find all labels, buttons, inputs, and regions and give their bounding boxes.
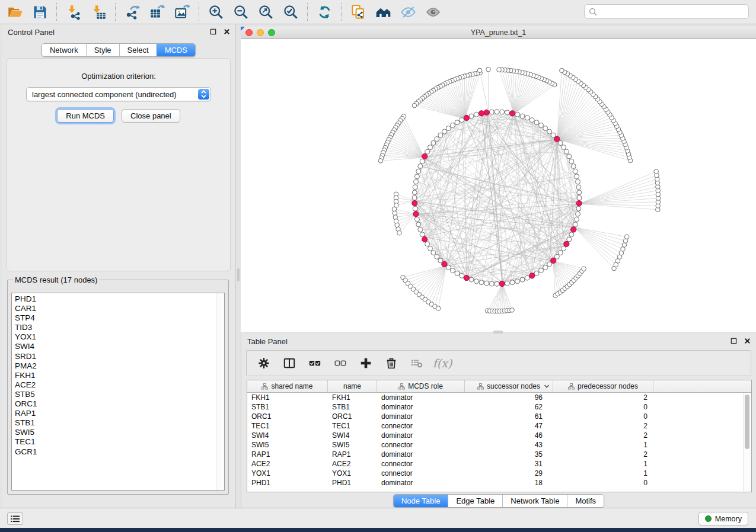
mcds-result-item[interactable]: TID3: [15, 323, 216, 332]
mcds-list-scrollbar[interactable]: [216, 293, 224, 490]
ring-node[interactable]: [577, 196, 582, 200]
mcds-hub-node[interactable]: [576, 201, 582, 206]
mcds-result-item[interactable]: YOX1: [15, 332, 216, 342]
mcds-result-item[interactable]: SRD1: [15, 352, 216, 361]
show-column-selector-button[interactable]: [280, 354, 298, 372]
ring-node[interactable]: [505, 110, 509, 115]
ring-node[interactable]: [562, 145, 566, 150]
show-panels-button[interactable]: [420, 2, 445, 22]
leaf-node[interactable]: [412, 103, 417, 108]
close-panel-action-button[interactable]: Close panel: [122, 109, 180, 123]
mcds-hub-node[interactable]: [442, 261, 447, 267]
mcds-hub-node[interactable]: [571, 227, 576, 232]
ring-node[interactable]: [425, 149, 430, 154]
mcds-hub-node[interactable]: [551, 258, 556, 263]
leaf-node[interactable]: [397, 230, 402, 235]
table-row[interactable]: PHD1PHD1dominator180: [247, 478, 751, 488]
ring-node[interactable]: [446, 126, 451, 131]
mcds-hub-node[interactable]: [479, 111, 484, 116]
ring-node[interactable]: [520, 114, 525, 118]
open-file-button[interactable]: [2, 2, 27, 22]
ring-node[interactable]: [489, 110, 494, 114]
ring-node[interactable]: [412, 190, 417, 195]
zoom-fit-button[interactable]: [253, 2, 278, 22]
ring-node[interactable]: [460, 118, 464, 123]
ring-node[interactable]: [414, 217, 419, 222]
leaf-node[interactable]: [393, 215, 398, 220]
tab-select[interactable]: Select: [119, 44, 157, 56]
ring-node[interactable]: [469, 114, 474, 118]
ring-node[interactable]: [515, 112, 520, 117]
ring-node[interactable]: [469, 277, 474, 282]
leaf-node[interactable]: [560, 68, 564, 73]
ring-node[interactable]: [500, 110, 505, 114]
ring-node[interactable]: [543, 265, 548, 270]
table-row[interactable]: FKH1FKH1dominator962: [247, 393, 751, 402]
ring-node[interactable]: [564, 149, 569, 154]
mcds-hub-node[interactable]: [564, 241, 569, 246]
ring-node[interactable]: [474, 112, 479, 117]
ring-node[interactable]: [576, 180, 580, 184]
float-panel-button[interactable]: [729, 336, 738, 345]
ring-node[interactable]: [438, 133, 443, 137]
ring-node[interactable]: [576, 211, 580, 216]
ring-node[interactable]: [460, 273, 464, 278]
column-header-name[interactable]: name: [328, 380, 377, 392]
ring-node[interactable]: [431, 251, 436, 255]
zoom-selected-button[interactable]: [278, 2, 303, 22]
ring-node[interactable]: [547, 129, 552, 134]
ring-node[interactable]: [412, 196, 417, 200]
float-panel-button[interactable]: [209, 27, 217, 36]
ring-node[interactable]: [539, 123, 544, 127]
mcds-hub-node[interactable]: [509, 111, 515, 116]
column-header-mcds-role[interactable]: MCDS role: [377, 380, 465, 392]
delete-columns-button[interactable]: [382, 354, 400, 372]
mcds-result-item[interactable]: GCR1: [15, 447, 216, 457]
ring-node[interactable]: [569, 232, 574, 237]
ring-node[interactable]: [529, 118, 534, 123]
mcds-hub-node[interactable]: [412, 201, 417, 206]
ring-node[interactable]: [418, 164, 423, 169]
mcds-result-item[interactable]: PMA2: [15, 361, 216, 371]
ring-node[interactable]: [416, 169, 421, 174]
close-panel-button[interactable]: [222, 27, 231, 36]
tab-style[interactable]: Style: [86, 44, 119, 56]
ring-node[interactable]: [428, 246, 433, 251]
table-row[interactable]: YOX1YOX1connector291: [247, 469, 751, 478]
table-row[interactable]: RAP1RAP1dominator352: [247, 450, 751, 459]
maximize-window-button[interactable]: [268, 29, 275, 36]
ring-node[interactable]: [577, 190, 582, 195]
tab-edge-table[interactable]: Edge Table: [448, 495, 502, 507]
mcds-hub-node[interactable]: [422, 153, 428, 159]
hide-panels-button[interactable]: [395, 2, 420, 22]
ring-node[interactable]: [558, 251, 563, 255]
table-row[interactable]: SWI5SWI5connector431: [247, 440, 751, 450]
tab-node-table[interactable]: Node Table: [394, 495, 448, 507]
mcds-result-item[interactable]: CAR1: [15, 304, 216, 313]
network-window-titlebar[interactable]: YPA_prune.txt_1: [241, 27, 756, 39]
ring-node[interactable]: [539, 268, 544, 273]
splitter-handle[interactable]: [237, 268, 240, 281]
leaf-node[interactable]: [497, 68, 502, 72]
table-row[interactable]: ACE2ACE2connector311: [247, 459, 751, 469]
mcds-result-item[interactable]: PHD1: [15, 294, 216, 304]
ring-node[interactable]: [573, 169, 578, 174]
leaf-node[interactable]: [436, 306, 441, 311]
search-input[interactable]: [600, 7, 744, 17]
mcds-result-item[interactable]: ACE2: [15, 380, 216, 390]
ring-node[interactable]: [575, 217, 579, 222]
leaf-node[interactable]: [624, 235, 629, 239]
select-all-rows-button[interactable]: [306, 354, 324, 372]
leaf-node[interactable]: [582, 267, 586, 271]
ring-node[interactable]: [505, 281, 509, 286]
import-table-button[interactable]: [86, 2, 111, 22]
close-panel-button[interactable]: [743, 336, 751, 345]
ring-node[interactable]: [525, 275, 529, 280]
mcds-result-item[interactable]: RAP1: [15, 409, 216, 418]
column-header-shared-name[interactable]: shared name: [247, 380, 328, 392]
ring-node[interactable]: [435, 137, 439, 142]
mcds-result-item[interactable]: ORC1: [15, 399, 216, 409]
mcds-hub-node[interactable]: [554, 136, 560, 142]
clone-network-button[interactable]: [346, 2, 371, 22]
scrollbar-thumb[interactable]: [745, 395, 749, 449]
